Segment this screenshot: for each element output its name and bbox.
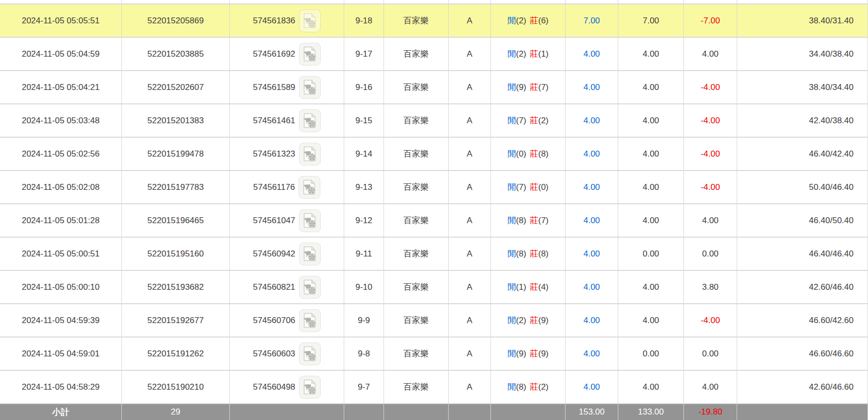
cell-bet-time: 2024-11-05 05:01:28 [0,204,122,237]
cell-win-amount: -4.00 [684,171,737,203]
cell-bet-id: 522015195160 [122,238,230,270]
video-replay-icon [303,246,316,261]
cell-valid-amount: 4.00 [618,138,684,170]
table-row[interactable]: 2024-11-05 05:02:08522015197783574561176… [0,171,868,204]
player-label: 閒 [507,281,516,293]
cell-balance: 46.60/42.60 [737,304,868,336]
banker-score: (2) [538,382,549,392]
cell-balance: 42.60/46.60 [737,371,868,403]
cell-win-amount: 0.00 [684,337,737,370]
video-replay-button[interactable] [298,176,320,199]
video-replay-button[interactable] [299,43,321,66]
player-score: (2) [516,49,526,59]
video-replay-button[interactable] [299,9,321,32]
table-row[interactable]: 2024-11-05 05:00:51522015195160574560942… [0,238,868,271]
cell-win-amount: -4.00 [684,304,737,336]
cell-result: 閒(2)莊(1) [491,38,566,70]
game-id-text: 574561323 [253,149,295,159]
clipped-row-top [0,0,868,4]
table-row[interactable]: 2024-11-05 05:00:10522015193682574560821… [0,271,868,304]
player-label: 閒 [507,181,516,193]
cell-bet-time: 2024-11-05 05:03:48 [0,104,122,137]
video-replay-icon [303,80,316,95]
video-replay-button[interactable] [299,376,321,399]
player-score: (7) [516,182,526,192]
cell-game-name: 百家樂 [384,337,449,370]
cell-balance: 50.40/46.40 [737,171,868,203]
clipped-cell [0,0,122,3]
table-row[interactable]: 2024-11-05 05:04:59522015203885574561692… [0,38,868,71]
banker-score: (2) [538,116,549,126]
cell-bet-id: 522015203885 [122,38,230,70]
summary-label: 小計 [0,404,122,420]
cell-bet-amount: 4.00 [566,204,618,237]
player-label: 閒 [507,348,516,359]
cell-bet-amount: 4.00 [566,271,618,303]
cell-game-id: 574561836 [230,4,344,37]
video-replay-button[interactable] [299,109,321,132]
banker-score: (4) [538,282,549,292]
video-replay-button[interactable] [299,209,321,232]
player-score: (9) [516,83,526,92]
cell-game-name: 百家樂 [384,271,449,303]
cell-valid-amount: 4.00 [618,204,684,237]
game-id-text: 574560498 [253,382,295,392]
cell-bet-id: 522015202607 [122,71,230,103]
table-row[interactable]: 2024-11-05 05:03:48522015201383574561461… [0,104,868,138]
banker-label: 莊 [530,248,538,259]
table-row[interactable]: 2024-11-05 04:59:39522015192677574560706… [0,304,868,337]
player-label: 閒 [507,115,516,126]
cell-bet-amount: 4.00 [566,371,618,403]
cell-valid-amount: 4.00 [618,304,684,336]
summary-empty-cell [230,404,344,420]
cell-game-name: 百家樂 [384,238,449,270]
table-row[interactable]: 2024-11-05 05:04:21522015202607574561589… [0,71,868,104]
banker-label: 莊 [530,15,538,26]
video-replay-button[interactable] [299,243,321,265]
summary-empty-cell [737,404,868,420]
cell-bet-amount: 4.00 [566,38,618,70]
cell-game-id: 574561047 [230,204,344,237]
clipped-cell [344,0,384,3]
cell-table-code: A [449,371,491,403]
cell-game-name: 百家樂 [384,171,449,203]
cell-table-code: A [449,104,491,137]
cell-win-amount: -4.00 [684,71,737,103]
cell-game-name: 百家樂 [384,204,449,237]
cell-bet-time: 2024-11-05 04:59:01 [0,337,122,370]
table-row[interactable]: 2024-11-05 05:02:56522015199478574561323… [0,138,868,171]
cell-game-id: 574561692 [230,38,344,70]
cell-balance: 46.40/46.40 [737,238,868,270]
banker-label: 莊 [530,381,538,393]
video-replay-button[interactable] [299,276,321,299]
player-label: 閒 [507,248,516,259]
table-row[interactable]: 2024-11-05 04:59:01522015191262574560603… [0,337,868,371]
banker-label: 莊 [530,48,538,60]
player-score: (8) [516,382,526,392]
table-row[interactable]: 2024-11-05 04:58:29522015190210574560498… [0,371,868,404]
table-row[interactable]: 2024-11-05 05:05:51522015205869574561836… [0,4,868,38]
cell-win-amount: 3.80 [684,271,737,303]
player-label: 閒 [507,148,516,160]
video-replay-button[interactable] [299,342,321,365]
clipped-cell [618,0,684,3]
cell-bet-id: 522015190210 [122,371,230,403]
cell-bet-amount: 4.00 [566,304,618,336]
summary-bet-total: 153.00 [566,404,618,420]
video-replay-button[interactable] [299,76,321,99]
player-label: 閒 [507,48,516,60]
summary-empty-cell [491,404,566,420]
cell-result: 閒(2)莊(6) [491,4,566,37]
bet-records-table: 2024-11-05 05:05:51522015205869574561836… [0,0,868,420]
cell-win-amount: -4.00 [684,104,737,137]
cell-bet-time: 2024-11-05 05:00:51 [0,238,122,270]
cell-game-name: 百家樂 [384,38,449,70]
cell-bet-time: 2024-11-05 05:04:21 [0,71,122,103]
table-row[interactable]: 2024-11-05 05:01:28522015196465574561047… [0,204,868,238]
cell-bet-id: 522015205869 [122,4,230,37]
banker-score: (7) [538,216,549,226]
game-id-text: 574561461 [253,116,295,126]
video-replay-button[interactable] [299,143,321,166]
video-replay-button[interactable] [299,309,321,332]
game-id-text: 574560942 [253,249,295,259]
